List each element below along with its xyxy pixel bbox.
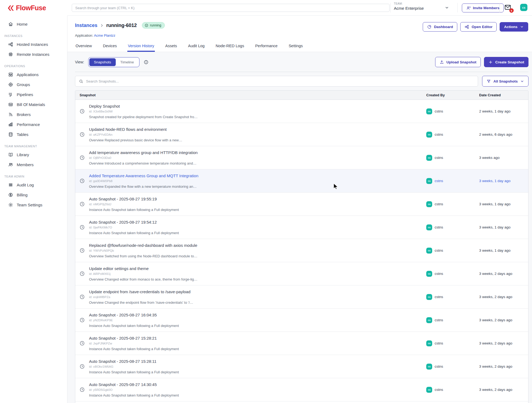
avatar: cs: [426, 224, 432, 230]
flowfuse-logo[interactable]: FlowFuse: [7, 4, 46, 12]
user-plus-icon: [466, 6, 471, 10]
sidebar-item-home[interactable]: Home: [0, 19, 67, 29]
tab[interactable]: Assets: [165, 42, 178, 52]
clock-icon: [79, 387, 85, 392]
tab[interactable]: Version History: [127, 42, 155, 52]
sidebar-item[interactable]: Hosted Instances: [0, 39, 67, 49]
create-snapshot-button[interactable]: Create Snapshot: [484, 57, 528, 67]
sidebar-item[interactable]: Bill Of Materials: [0, 100, 67, 110]
sidebar-item[interactable]: Billing: [0, 190, 67, 200]
snapshot-row[interactable]: Updated Node-RED flows and environment i…: [75, 123, 528, 146]
sidebar-section-label: TEAM ADMIN: [0, 170, 67, 180]
tab[interactable]: Audit Log: [187, 42, 205, 52]
dashboard-button[interactable]: Dashboard: [423, 22, 458, 32]
applications-icon: [8, 72, 13, 77]
snapshot-title[interactable]: Auto Snapshot - 2025-08-27 14:30:45: [89, 382, 179, 387]
performance-icon: [8, 122, 13, 127]
snapshot-row[interactable]: Update endpoint from /save-credentials t…: [75, 285, 528, 309]
snapshot-row[interactable]: Auto Snapshot - 2025-08-27 16:04:35 id: …: [75, 309, 528, 332]
plus-icon: [488, 60, 493, 64]
snapshot-row[interactable]: Replaced @flowfuse/node-red-dashboard wi…: [75, 239, 528, 262]
snapshot-row[interactable]: Added Temperature Awareness Group and MQ…: [75, 169, 528, 193]
sidebar-item[interactable]: Performance: [0, 119, 67, 129]
snapshot-row[interactable]: Auto Snapshot - 2025-08-27 14:30:45 id: …: [75, 378, 528, 401]
breadcrumb-instances-link[interactable]: Instances: [75, 23, 97, 28]
snapshot-row[interactable]: Add HTTP endpoint for saving credentials…: [75, 401, 528, 403]
sidebar-item[interactable]: Team Settings: [0, 200, 67, 210]
date-created: 3 weeks, 1 day ago: [479, 193, 528, 216]
snapshot-title[interactable]: Replaced @flowfuse/node-red-dashboard wi…: [89, 243, 197, 248]
global-search-input[interactable]: [72, 4, 390, 12]
sidebar-item[interactable]: Remote Instances: [0, 49, 67, 59]
tab[interactable]: Node-RED Logs: [215, 42, 245, 52]
sidebar-item[interactable]: Pipelines: [0, 90, 67, 100]
tab[interactable]: Overview: [75, 42, 92, 52]
snapshot-title[interactable]: Update endpoint from /save-credentials t…: [89, 289, 193, 294]
avatar: cs: [426, 317, 432, 323]
notifications-button[interactable]: 5: [504, 4, 512, 12]
date-created: 3 weeks, 1 day ago: [479, 216, 528, 239]
tab[interactable]: Devices: [102, 42, 117, 52]
clock-icon: [79, 340, 85, 346]
sidebar-item[interactable]: Library: [0, 150, 67, 160]
snapshot-description: Overview Switched from using the Node-RE…: [89, 254, 197, 258]
view-toggle-option[interactable]: Timeline: [116, 58, 139, 66]
sidebar-item[interactable]: Groups: [0, 80, 67, 90]
snapshot-title[interactable]: Update editor settings and theme: [89, 266, 197, 271]
sidebar-section-items: Audit Log Billing Team Settings: [0, 180, 67, 210]
created-by-user: cstns: [435, 364, 443, 368]
sidebar-item[interactable]: Applications: [0, 70, 67, 80]
sidebar-item-label: Audit Log: [17, 183, 34, 187]
tab[interactable]: Performance: [255, 42, 278, 52]
divider: [457, 3, 458, 12]
sidebar-item[interactable]: Tables: [0, 129, 67, 139]
created-by-user: cstns: [435, 318, 443, 322]
snapshot-title[interactable]: Deploy Snapshot: [89, 104, 198, 108]
sidebar-section-label: TEAM MANAGEMENT: [0, 139, 67, 150]
team-selector[interactable]: TEAM: Acme Enterprise: [394, 2, 451, 11]
snapshot-filter-dropdown[interactable]: All Snapshots: [482, 76, 528, 87]
snapshot-title[interactable]: Auto Snapshot - 2025-08-27 16:04:35: [89, 313, 179, 317]
sidebar-item-label: Tables: [17, 132, 28, 137]
snapshot-row[interactable]: Auto Snapshot - 2025-08-27 19:54:12 id: …: [75, 216, 528, 239]
tab[interactable]: Settings: [288, 42, 303, 52]
snapshot-row[interactable]: Update editor settings and theme id: AlR…: [75, 262, 528, 285]
user-avatar[interactable]: cs: [520, 4, 527, 11]
created-by-user: cstns: [435, 295, 443, 299]
snapshot-title[interactable]: Auto Snapshot - 2025-08-27 19:55:19: [89, 197, 179, 201]
snapshot-id: id: yN2DReKP9E: [89, 319, 179, 322]
invite-members-button[interactable]: Invite Members: [462, 4, 504, 12]
snapshot-row[interactable]: Auto Snapshot - 2025-08-27 15:28:21 id: …: [75, 332, 528, 355]
date-created: 3 weeks, 2 days ago: [479, 401, 528, 403]
actions-button[interactable]: Actions: [500, 22, 528, 32]
snapshot-title[interactable]: Added Temperature Awareness Group and MQ…: [89, 173, 198, 178]
snapshot-search-input[interactable]: [86, 79, 474, 83]
snapshot-id: id: oBOkv1W6AG: [89, 365, 179, 368]
snapshot-description: Instance Auto Snapshot taken following a…: [89, 208, 179, 212]
application-label: Application:: [75, 33, 93, 37]
snapshot-title[interactable]: Updated Node-RED flows and environment: [89, 127, 182, 132]
clock-icon: [79, 132, 85, 137]
snapshot-title[interactable]: Add temperature awareness group and HTTP…: [89, 150, 198, 155]
sidebar-item-label: Pipelines: [17, 92, 33, 97]
snapshot-title[interactable]: Auto Snapshot - 2025-08-27 19:54:12: [89, 220, 179, 224]
snapshot-title[interactable]: Auto Snapshot - 2025-08-27 15:28:21: [89, 336, 179, 340]
sidebar-item[interactable]: Members: [0, 160, 67, 170]
snapshot-title[interactable]: Auto Snapshot - 2025-08-27 15:28:11: [89, 359, 179, 364]
clock-icon: [79, 271, 85, 276]
snapshot-row[interactable]: Deploy Snapshot id: X3o6Bw1k9W Snapshot …: [75, 100, 528, 123]
open-editor-button[interactable]: Open Editor: [460, 22, 497, 32]
sidebar-item[interactable]: Audit Log: [0, 180, 67, 190]
application-link[interactable]: Acme Plantzz: [94, 33, 115, 37]
chevron-down-icon[interactable]: [445, 5, 449, 10]
snapshot-row[interactable]: Auto Snapshot - 2025-08-27 19:55:19 id: …: [75, 193, 528, 216]
info-icon[interactable]: [144, 60, 149, 65]
snapshot-id: id: y5RD5Ggk0O: [89, 388, 179, 391]
snapshot-row[interactable]: Auto Snapshot - 2025-08-27 15:28:11 id: …: [75, 355, 528, 378]
date-created: 2 weeks, 1 day ago: [479, 100, 528, 123]
sidebar-item[interactable]: Brokers: [0, 110, 67, 119]
upload-snapshot-button[interactable]: Upload Snapshot: [435, 57, 481, 67]
sidebar-section-items: Library Members: [0, 150, 67, 170]
view-toggle-option[interactable]: Snapshots: [89, 58, 116, 66]
snapshot-row[interactable]: Add temperature awareness group and HTTP…: [75, 146, 528, 169]
